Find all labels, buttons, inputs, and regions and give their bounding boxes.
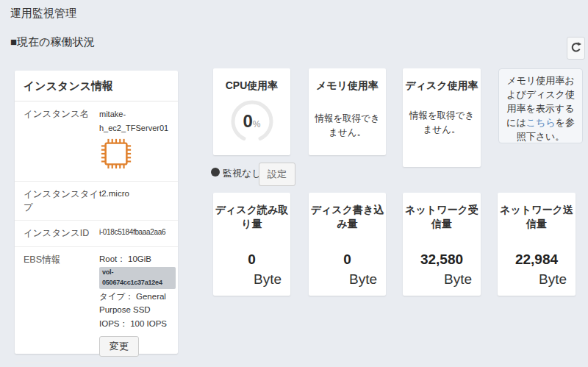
cpu-usage-title: CPU使用率 [213, 68, 290, 93]
disk-write-value: 0 [309, 252, 386, 268]
operations-monitoring-page: 運用監視管理 ■現在の稼働状況 インスタンス情報 インスタンス名 mitake-… [0, 0, 588, 367]
ebs-info-row: EBS情報 Root： 10GiB vol-050674cc1c37a12e4 … [15, 247, 178, 363]
ebs-volume-id-badge: vol-050674cc1c37a12e4 [99, 267, 176, 289]
instance-state-row: インスタンスの状態 running [15, 363, 178, 367]
disk-read-unit: Byte [254, 271, 282, 288]
ebs-info-label: EBS情報 [24, 253, 99, 357]
monitoring-status-dot [211, 168, 220, 177]
cpu-usage-value: 0 [243, 111, 252, 132]
instance-name-label: インスタンス名 [24, 107, 99, 175]
usage-info-note: メモリ使用率およびディスク使用率を表示するにはこちらを参照下さい。 [498, 68, 583, 143]
disk-write-unit: Byte [349, 271, 377, 288]
refresh-button[interactable] [567, 37, 585, 60]
disk-usage-message: 情報を取得できません。 [403, 109, 481, 138]
instance-info-panel: インスタンス情報 インスタンス名 mitake-h_ec2_TFServer01 [15, 71, 178, 354]
instance-name-value: mitake-h_ec2_TFServer01 [99, 107, 176, 135]
ec2-chip-icon [99, 137, 176, 175]
disk-usage-card: ディスク使用率 情報を取得できません。 [403, 68, 481, 167]
network-send-card: ネットワーク送信量 22,984 Byte [498, 193, 576, 296]
refresh-icon [570, 41, 582, 55]
section-title: ■現在の稼働状況 [10, 35, 94, 49]
network-send-title: ネットワーク送信量 [498, 193, 576, 231]
instance-type-row: インスタンスタイプ t2.micro [15, 182, 178, 221]
network-receive-value: 32,580 [403, 252, 481, 268]
disk-write-card: ディスク書き込み量 0 Byte [309, 193, 386, 296]
disk-read-value: 0 [213, 252, 290, 268]
cpu-usage-unit: % [253, 119, 261, 129]
instance-name-row: インスタンス名 mitake-h_ec2_TFServer01 [15, 101, 178, 182]
instance-type-label: インスタンスタイプ [24, 188, 99, 214]
network-receive-unit: Byte [444, 271, 472, 288]
info-note-link[interactable]: こちら [526, 117, 556, 128]
network-send-value: 22,984 [498, 252, 576, 268]
ebs-change-button[interactable]: 変更 [99, 336, 139, 357]
instance-id-label: インスタンスID [24, 227, 99, 240]
instance-type-value: t2.micro [99, 188, 176, 214]
instance-panel-title: インスタンス情報 [15, 71, 178, 101]
page-title: 運用監視管理 [10, 7, 76, 21]
memory-usage-title: メモリ使用率 [309, 68, 386, 93]
disk-write-title: ディスク書き込み量 [309, 193, 386, 231]
ebs-root-size: Root： 10GiB [99, 253, 176, 266]
network-receive-title: ネットワーク受信量 [403, 193, 481, 231]
cpu-gauge: 0 % [229, 99, 275, 144]
disk-read-card: ディスク読み取り量 0 Byte [213, 193, 290, 296]
disk-read-title: ディスク読み取り量 [213, 193, 290, 231]
ebs-iops: IOPS： 100 IOPS [99, 318, 176, 331]
memory-usage-message: 情報を取得できません。 [309, 112, 386, 140]
instance-id-value: i-018c5184fbaaa2aa6 [99, 227, 176, 240]
network-receive-card: ネットワーク受信量 32,580 Byte [403, 193, 481, 296]
ebs-type: タイプ： General Purpose SSD [99, 291, 176, 317]
network-send-unit: Byte [539, 271, 567, 288]
disk-usage-title: ディスク使用率 [403, 68, 481, 93]
memory-usage-card: メモリ使用率 情報を取得できません。 [309, 68, 386, 155]
cpu-usage-card: CPU使用率 0 % [213, 68, 290, 155]
monitoring-settings-button[interactable]: 設定 [259, 163, 295, 186]
instance-id-row: インスタンスID i-018c5184fbaaa2aa6 [15, 221, 178, 246]
monitoring-status-label: 監視なし [223, 167, 262, 180]
